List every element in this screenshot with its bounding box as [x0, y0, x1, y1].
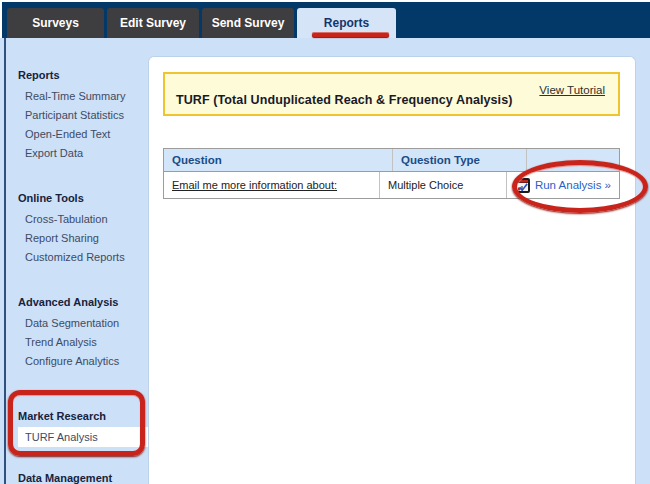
column-header-question: Question — [164, 149, 393, 171]
sidebar-item-configure-analytics[interactable]: Configure Analytics — [10, 352, 148, 371]
sidebar-section-market-research: Market Research TURF Analysis — [10, 409, 148, 447]
question-type-value: Multiple Choice — [380, 172, 507, 198]
app-window: Surveys Edit Survey Send Survey Reports … — [0, 0, 650, 484]
turf-title-banner: TURF (Total Unduplicated Reach & Frequen… — [163, 72, 620, 116]
question-link[interactable]: Email me more information about: — [172, 179, 337, 191]
sidebar-item-participant-statistics[interactable]: Participant Statistics — [10, 106, 148, 125]
top-nav-bar: Surveys Edit Survey Send Survey Reports — [2, 2, 650, 38]
window-left-border — [4, 38, 6, 484]
sidebar-item-report-sharing[interactable]: Report Sharing — [10, 229, 148, 248]
sidebar-header-advanced-analysis: Advanced Analysis — [10, 295, 148, 309]
sidebar-item-real-time-summary[interactable]: Real-Time Summary — [10, 87, 148, 106]
column-header-question-type: Question Type — [393, 149, 527, 171]
tab-edit-survey[interactable]: Edit Survey — [107, 8, 199, 38]
sidebar-header-data-management: Data Management — [10, 471, 148, 484]
sidebar-section-online-tools: Online Tools Cross-Tabulation Report Sha… — [10, 191, 148, 267]
sidebar-item-cross-tabulation[interactable]: Cross-Tabulation — [10, 210, 148, 229]
sidebar-header-reports: Reports — [10, 68, 148, 82]
column-header-action — [527, 149, 619, 171]
sidebar-header-online-tools: Online Tools — [10, 191, 148, 205]
sidebar-item-customized-reports[interactable]: Customized Reports — [10, 248, 148, 267]
sidebar-item-trend-analysis[interactable]: Trend Analysis — [10, 333, 148, 352]
sidebar-item-data-segmentation[interactable]: Data Segmentation — [10, 314, 148, 333]
sidebar-section-data-management: Data Management — [10, 471, 148, 484]
sidebar-section-advanced-analysis: Advanced Analysis Data Segmentation Tren… — [10, 295, 148, 371]
tab-send-survey[interactable]: Send Survey — [202, 8, 294, 38]
tab-surveys[interactable]: Surveys — [7, 8, 104, 38]
table-row: Email me more information about: Multipl… — [164, 172, 619, 198]
view-tutorial-link[interactable]: View Tutorial — [539, 84, 605, 96]
page-title: TURF (Total Unduplicated Reach & Frequen… — [176, 93, 513, 107]
sidebar-header-market-research: Market Research — [10, 409, 148, 423]
run-analysis-link[interactable]: Run Analysis » — [535, 179, 611, 191]
sidebar-item-turf-analysis[interactable]: TURF Analysis — [18, 427, 148, 447]
sidebar: Reports Real-Time Summary Participant St… — [10, 68, 148, 484]
table-header-row: Question Question Type — [164, 149, 619, 172]
tab-reports[interactable]: Reports — [297, 8, 396, 38]
nav-tabs: Surveys Edit Survey Send Survey Reports — [7, 8, 396, 38]
main-content-panel: TURF (Total Unduplicated Reach & Frequen… — [148, 56, 636, 484]
run-analysis-icon[interactable] — [515, 178, 530, 193]
questions-table: Question Question Type Email me more inf… — [163, 148, 620, 199]
sidebar-item-export-data[interactable]: Export Data — [10, 144, 148, 163]
sidebar-section-reports: Reports Real-Time Summary Participant St… — [10, 68, 148, 163]
sidebar-item-open-ended-text[interactable]: Open-Ended Text — [10, 125, 148, 144]
